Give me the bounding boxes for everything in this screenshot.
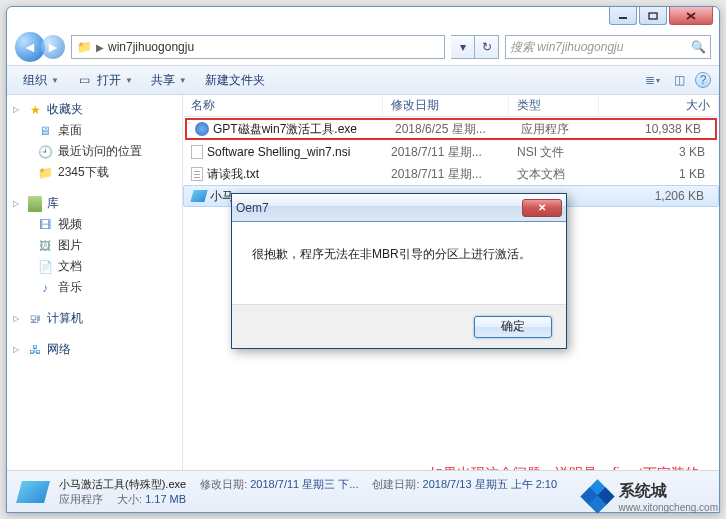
dialog-close-button[interactable]: ✕ [522, 199, 562, 217]
file-row[interactable]: Software Shelling_win7.nsi2018/7/11 星期..… [183, 141, 719, 163]
details-filename: 小马激活工具(特殊型).exe [59, 477, 186, 492]
sidebar-item-video[interactable]: 🎞视频 [9, 214, 180, 235]
favorites-header[interactable]: ▷★收藏夹 [9, 99, 180, 120]
sidebar-item-pictures[interactable]: 🖼图片 [9, 235, 180, 256]
disclosure-icon: ▷ [13, 105, 23, 114]
file-type: 应用程序 [513, 121, 603, 138]
maximize-button[interactable] [639, 7, 667, 25]
file-name: Software Shelling_win7.nsi [207, 145, 350, 159]
music-icon: ♪ [37, 280, 53, 296]
preview-pane-button[interactable]: ◫ [669, 70, 689, 90]
file-date: 2018/7/11 星期... [383, 144, 509, 161]
recent-icon: 🕘 [37, 144, 53, 160]
file-size: 10,938 KB [603, 122, 715, 136]
star-icon: ★ [27, 102, 43, 118]
column-headers: 名称 修改日期 类型 大小 [183, 95, 719, 117]
dialog-body: 很抱歉，程序无法在非MBR引导的分区上进行激活。 [232, 222, 566, 304]
disclosure-icon: ▷ [13, 199, 23, 208]
disclosure-icon: ▷ [13, 314, 23, 323]
svg-rect-1 [649, 13, 657, 19]
file-size: 1 KB [599, 167, 719, 181]
minimize-button[interactable] [609, 7, 637, 25]
file-row[interactable]: GPT磁盘win7激活工具.exe2018/6/25 星期...应用程序10,9… [185, 118, 717, 140]
view-button[interactable]: ≣▼ [643, 70, 663, 90]
file-size: 3 KB [599, 145, 719, 159]
sidebar-item-desktop[interactable]: 🖥桌面 [9, 120, 180, 141]
col-type[interactable]: 类型 [509, 95, 599, 116]
sidebar-item-2345[interactable]: 📁2345下载 [9, 162, 180, 183]
library-icon [27, 196, 43, 212]
sidebar-item-recent[interactable]: 🕘最近访问的位置 [9, 141, 180, 162]
disclosure-icon: ▷ [13, 345, 23, 354]
details-size: 1.17 MB [145, 493, 186, 505]
details-create-date: 2018/7/13 星期五 上午 2:10 [423, 478, 558, 490]
error-dialog: Oem7 ✕ 很抱歉，程序无法在非MBR引导的分区上进行激活。 确定 [231, 193, 567, 349]
new-folder-button[interactable]: 新建文件夹 [197, 69, 273, 92]
dialog-footer: 确定 [232, 304, 566, 348]
search-placeholder: 搜索 win7jihuogongju [510, 39, 623, 56]
file-size: 1,206 KB [600, 189, 718, 203]
col-size[interactable]: 大小 [599, 95, 719, 116]
desktop-icon: 🖥 [37, 123, 53, 139]
explorer-window: ◄ ► 📁 ▶ win7jihuogongju ▾ ↻ 搜索 win7jihuo… [6, 6, 720, 513]
organize-button[interactable]: 组织▼ [15, 69, 67, 92]
addr-dropdown-button[interactable]: ▾ [451, 35, 475, 59]
sidebar-item-music[interactable]: ♪音乐 [9, 277, 180, 298]
dialog-titlebar[interactable]: Oem7 ✕ [232, 194, 566, 222]
address-folder: win7jihuogongju [108, 40, 194, 54]
document-icon: 📄 [37, 259, 53, 275]
address-bar[interactable]: 📁 ▶ win7jihuogongju [71, 35, 445, 59]
watermark: 系统城 www.xitongcheng.com [583, 481, 719, 513]
open-icon: ▭ [77, 72, 93, 88]
network-header[interactable]: ▷🖧网络 [9, 339, 180, 360]
picture-icon: 🖼 [37, 238, 53, 254]
folder-icon: 📁 [37, 165, 53, 181]
col-name[interactable]: 名称 [183, 95, 383, 116]
navigation-pane: ▷★收藏夹 🖥桌面 🕘最近访问的位置 📁2345下载 ▷库 🎞视频 🖼图片 📄文… [7, 95, 183, 470]
file-type: 文本文档 [509, 166, 599, 183]
watermark-url: www.xitongcheng.com [619, 502, 719, 513]
file-date: 2018/6/25 星期... [387, 121, 513, 138]
open-button[interactable]: ▭打开▼ [69, 69, 141, 92]
details-mod-date: 2018/7/11 星期三 下... [250, 478, 358, 490]
col-date[interactable]: 修改日期 [383, 95, 509, 116]
sidebar-item-documents[interactable]: 📄文档 [9, 256, 180, 277]
help-button[interactable]: ? [695, 72, 711, 88]
network-icon: 🖧 [27, 342, 43, 358]
breadcrumb-sep-icon: ▶ [96, 42, 104, 53]
details-icon [17, 478, 49, 506]
file-name: GPT磁盘win7激活工具.exe [213, 121, 357, 138]
dialog-ok-button[interactable]: 确定 [474, 316, 552, 338]
file-name: 请读我.txt [207, 166, 259, 183]
video-icon: 🎞 [37, 217, 53, 233]
file-row[interactable]: 请读我.txt2018/7/11 星期...文本文档1 KB [183, 163, 719, 185]
computer-header[interactable]: ▷🖳计算机 [9, 308, 180, 329]
libraries-header[interactable]: ▷库 [9, 193, 180, 214]
command-bar: 组织▼ ▭打开▼ 共享▼ 新建文件夹 ≣▼ ◫ ? [7, 65, 719, 95]
close-button[interactable] [669, 7, 713, 25]
window-controls [609, 7, 713, 25]
search-input[interactable]: 搜索 win7jihuogongju 🔍 [505, 35, 711, 59]
navigation-bar: ◄ ► 📁 ▶ win7jihuogongju ▾ ↻ 搜索 win7jihuo… [7, 29, 719, 65]
watermark-logo-icon [583, 482, 613, 512]
details-type: 应用程序 [59, 492, 103, 507]
computer-icon: 🖳 [27, 311, 43, 327]
forward-button[interactable]: ► [41, 35, 65, 59]
file-type: NSI 文件 [509, 144, 599, 161]
dialog-title: Oem7 [236, 201, 269, 215]
file-date: 2018/7/11 星期... [383, 166, 509, 183]
nav-arrows: ◄ ► [15, 32, 65, 62]
search-icon: 🔍 [691, 40, 706, 54]
refresh-button[interactable]: ↻ [475, 35, 499, 59]
watermark-brand: 系统城 [619, 482, 667, 499]
share-button[interactable]: 共享▼ [143, 69, 195, 92]
folder-icon: 📁 [76, 39, 92, 55]
